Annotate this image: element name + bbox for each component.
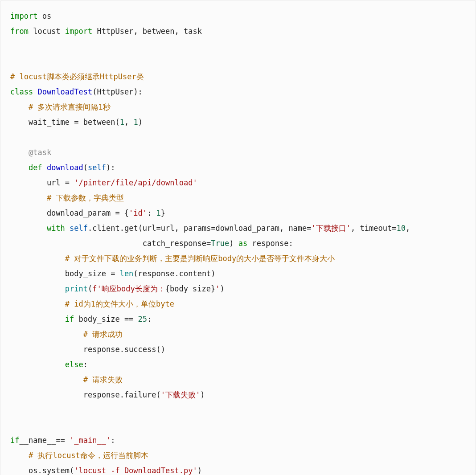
code-token: : [147,209,156,217]
code-token: response.success() [10,345,165,354]
code-token: ) [197,466,202,475]
code-token: ) [229,239,238,248]
code-token: '/pinter/file/api/download' [74,178,197,187]
code-token: len [120,269,134,278]
code-token [10,102,29,111]
code-token: '下载失败' [161,390,200,399]
code-comment: # 下载参数，字典类型 [47,193,124,202]
code-token: == [56,436,70,445]
code-token: } [161,209,165,217]
code-block: import os from locust import HttpUser, b… [0,0,476,475]
code-token [10,284,65,293]
code-token: , timeout= [351,224,396,233]
code-token: ' [215,284,220,293]
code-token [10,360,65,369]
code-token: class [10,87,33,96]
code-token: def [29,163,42,172]
code-token: 'locust -f DownloadTest.py' [74,466,197,475]
code-token: 'id' [129,209,147,217]
code-token: body_size == [74,315,138,323]
code-token: import [65,27,92,36]
code-token: 1 [133,118,138,127]
code-comment: # 对于文件下载的业务判断，主要是判断响应body的大小是否等于文件本身大小 [65,254,335,263]
code-token [10,451,29,460]
code-token [10,163,29,172]
code-comment: # 请求失败 [83,375,123,384]
code-token [10,254,65,263]
code-token: ) [200,390,205,399]
code-token: if [10,436,19,445]
code-token: response: [247,239,293,248]
code-token [33,87,37,96]
code-token: 1 [156,209,161,217]
code-token: self [88,163,106,172]
code-token: catch_response= [10,239,211,248]
code-token: self [70,224,88,233]
code-token [10,193,47,202]
code-token: : [111,436,115,445]
code-token: os [37,12,51,20]
code-token: ): [106,163,115,172]
code-token: .client.get(url=url, params=download_par… [88,224,312,233]
code-token: True [211,239,229,248]
code-token: print [65,284,88,293]
code-comment: # id为1的文件大小，单位byte [65,299,174,308]
code-token: from [10,27,29,36]
code-token [10,148,29,157]
code-token: ) [138,118,143,127]
code-token [10,224,47,233]
code-token: 10 [396,224,405,233]
code-token: : [83,360,88,369]
code-token: response.failure( [10,390,161,399]
code-token: locust [29,27,65,36]
code-comment: # 多次请求直接间隔1秒 [29,102,111,111]
code-token [10,375,83,384]
code-token [10,330,83,339]
code-token: ( [88,284,92,293]
code-token: os.system( [10,466,74,475]
code-token: download_param = { [10,209,129,217]
code-token: '_main__' [70,436,111,445]
code-token: url = [10,178,74,187]
code-comment: # 请求成功 [83,330,123,339]
code-token: , [124,118,133,127]
code-token [65,224,70,233]
code-token: HttpUser, between, task [92,27,202,36]
code-token: : [147,315,152,323]
code-token: f'响应body长度为： [92,284,165,293]
code-token [10,299,65,308]
code-token: ) [220,284,225,293]
code-token: 25 [138,315,147,323]
code-token: , [406,224,410,233]
code-token: ( [83,163,88,172]
code-token: body_size = [10,269,120,278]
code-token: as [238,239,247,248]
code-token: @task [29,148,51,157]
code-comment: # 执行locust命令，运行当前脚本 [29,451,148,460]
code-token: download [47,163,83,172]
code-token: (HttpUser): [92,87,143,96]
code-token: if [65,315,74,323]
code-token [42,163,47,172]
code-token: '下载接口' [312,224,351,233]
code-comment: # locust脚本类必须继承HttpUser类 [10,72,144,81]
code-token: __name__ [19,436,56,445]
code-token: {body_size} [165,284,216,293]
code-token: 1 [120,118,124,127]
code-token: else [65,360,83,369]
code-token: wait_time = between( [10,118,120,127]
code-token: DownloadTest [37,87,92,96]
code-token: import [10,12,37,20]
code-token [10,315,65,323]
code-token: with [47,224,65,233]
code-token: (response.content) [133,269,215,278]
